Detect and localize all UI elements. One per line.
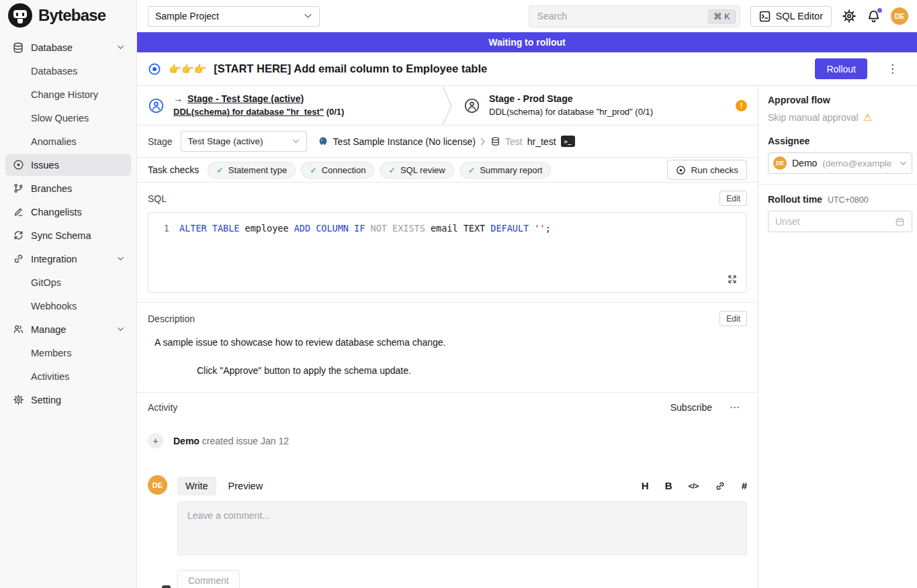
- check-pill-summary-report[interactable]: ✓ Summary report: [460, 162, 552, 179]
- database-link[interactable]: hr_test: [527, 136, 556, 147]
- check-passed-icon: ✓: [310, 165, 316, 175]
- issue-status-icon: [148, 62, 161, 76]
- description-paragraph: A sample issue to showcase how to review…: [155, 337, 747, 348]
- format-heading-button[interactable]: H: [642, 480, 649, 491]
- assignee-avatar: DE: [773, 156, 787, 170]
- sidebar-item-label: GitOps: [31, 277, 61, 288]
- sidebar-item-issues[interactable]: Issues: [5, 154, 131, 176]
- sidebar-item-activities[interactable]: Activities: [5, 365, 131, 387]
- activity-section: Activity Subscribe ⋯ + Demo created issu…: [137, 392, 758, 588]
- link-icon: [12, 253, 24, 264]
- check-pill-label: Connection: [322, 165, 366, 175]
- sql-editor-label: SQL Editor: [776, 11, 823, 21]
- sidebar-item-change-history[interactable]: Change History: [5, 83, 131, 105]
- sql-code-line: 1 ALTER TABLE employee ADD COLUMN IF NOT…: [148, 213, 746, 234]
- sidebar-item-anomalies[interactable]: Anomalies: [5, 130, 131, 152]
- search-input[interactable]: [536, 10, 709, 22]
- stage-title: Stage - Prod Stage: [489, 92, 572, 105]
- activity-more-button[interactable]: ⋯: [726, 401, 744, 414]
- settings-button[interactable]: [842, 9, 857, 23]
- sidebar-item-label: Integration: [31, 254, 77, 264]
- user-avatar[interactable]: DE: [891, 7, 908, 25]
- sidebar-item-label: Change History: [31, 89, 98, 100]
- tab-preview[interactable]: Preview: [220, 477, 271, 495]
- chevron-down-icon: [117, 45, 124, 50]
- stage-strip: → Stage - Test Stage (active) DDL(schema…: [137, 86, 758, 126]
- stage-selector[interactable]: Test Stage (active): [181, 131, 307, 152]
- sidebar-item-setting[interactable]: Setting: [5, 389, 131, 411]
- sidebar-item-slow-queries[interactable]: Slow Queries: [5, 107, 131, 129]
- divider: [758, 184, 917, 185]
- bytebase-app: Bytebase Database Databases Change Histo…: [0, 0, 917, 588]
- tab-write[interactable]: Write: [177, 477, 216, 495]
- format-reference-button[interactable]: #: [742, 480, 747, 491]
- stage-warning-badge[interactable]: !: [736, 100, 747, 111]
- brand-name: Bytebase: [38, 6, 105, 25]
- notifications-button[interactable]: [867, 9, 881, 23]
- comment-submit-button[interactable]: Comment: [177, 570, 240, 588]
- sidebar-item-label: Sync Schema: [31, 230, 91, 241]
- description-edit-button[interactable]: Edit: [719, 311, 747, 326]
- sidebar-item-changelists[interactable]: Changelists: [5, 201, 131, 223]
- sidebar-item-members[interactable]: Members: [5, 342, 131, 364]
- stage-progress: (0/1): [326, 107, 345, 117]
- check-pill-sql-review[interactable]: ✓ SQL review: [380, 162, 453, 179]
- issue-sidebar: Approval flow Skip manual approval ⚠ Ass…: [758, 86, 917, 588]
- chevron-down-icon: [117, 256, 124, 261]
- check-pill-statement-type[interactable]: ✓ Statement type: [208, 162, 296, 179]
- rollout-button[interactable]: Rollout: [815, 58, 867, 79]
- expand-icon[interactable]: [727, 274, 738, 285]
- sql-token: TEXT: [464, 223, 491, 234]
- sidebar-item-manage[interactable]: Manage: [5, 318, 131, 340]
- sidebar-item-integration[interactable]: Integration: [5, 248, 131, 270]
- sidebar: Bytebase Database Databases Change Histo…: [0, 0, 137, 588]
- chevron-down-icon: [117, 327, 124, 332]
- format-link-button[interactable]: [715, 481, 726, 491]
- rollout-time-picker[interactable]: Unset: [768, 211, 912, 232]
- sql-token: employee: [245, 223, 294, 234]
- instance-link[interactable]: Test Sample Instance (No license): [333, 136, 476, 147]
- bytebase-logo[interactable]: Bytebase: [0, 0, 136, 31]
- subscribe-button[interactable]: Subscribe: [666, 401, 716, 413]
- activity-item: + Demo created issue Jan 12: [137, 418, 758, 448]
- assignee-heading: Assignee: [768, 136, 910, 146]
- run-checks-button[interactable]: Run checks: [667, 160, 747, 180]
- sidebar-item-branches[interactable]: Branches: [5, 177, 131, 199]
- format-code-button[interactable]: </>: [689, 482, 699, 490]
- comment-tabs: Write Preview H B </> #: [177, 475, 747, 496]
- stage-task-text: DDL(schema) for database "hr_prod": [489, 107, 633, 117]
- open-sql-editor-icon[interactable]: >_: [561, 136, 575, 147]
- rollout-time-value: Unset: [775, 216, 800, 227]
- sidebar-item-sync-schema[interactable]: Sync Schema: [5, 224, 131, 246]
- task-checks-label: Task checks: [148, 164, 199, 175]
- check-pill-connection[interactable]: ✓ Connection: [301, 162, 374, 179]
- assignee-selector[interactable]: DE Demo (demo@example: [768, 152, 912, 174]
- sql-editor-button[interactable]: SQL Editor: [750, 6, 832, 27]
- comment-avatar: DE •••: [148, 475, 168, 588]
- sidebar-item-webhooks[interactable]: Webhooks: [5, 295, 131, 317]
- stage-card-test[interactable]: → Stage - Test Stage (active) DDL(schema…: [137, 86, 442, 125]
- sql-edit-button[interactable]: Edit: [719, 191, 747, 206]
- stage-card-prod[interactable]: Stage - Prod Stage DDL(schema) for datab…: [453, 86, 758, 125]
- issue-detail: → Stage - Test Stage (active) DDL(schema…: [137, 86, 758, 588]
- sidebar-item-databases[interactable]: Databases: [5, 60, 131, 82]
- check-pill-label: Statement type: [228, 165, 287, 175]
- project-selector[interactable]: Sample Project: [148, 6, 320, 27]
- sidebar-item-label: Slow Queries: [31, 113, 89, 124]
- users-icon: [12, 324, 24, 335]
- active-stage-arrow: →: [173, 92, 183, 105]
- comment-input[interactable]: [177, 501, 747, 555]
- sidebar-item-label: Activities: [31, 371, 69, 382]
- sidebar-item-database[interactable]: Database: [5, 36, 131, 58]
- format-bold-button[interactable]: B: [665, 480, 672, 491]
- postgresql-icon: [318, 136, 329, 147]
- plus-icon: +: [148, 433, 163, 448]
- sidebar-item-label: Anomalies: [31, 136, 77, 147]
- sidebar-item-gitops[interactable]: GitOps: [5, 271, 131, 293]
- rollout-time-heading: Rollout time: [768, 194, 822, 205]
- stage-task-link[interactable]: DDL(schema) for database "hr_test": [173, 107, 324, 117]
- chevron-down-icon: [304, 13, 312, 19]
- sql-editor-readonly[interactable]: 1 ALTER TABLE employee ADD COLUMN IF NOT…: [148, 212, 747, 293]
- kebab-menu-button[interactable]: ⋮: [883, 61, 902, 77]
- sidebar-nav: Database Databases Change History Slow Q…: [0, 31, 136, 411]
